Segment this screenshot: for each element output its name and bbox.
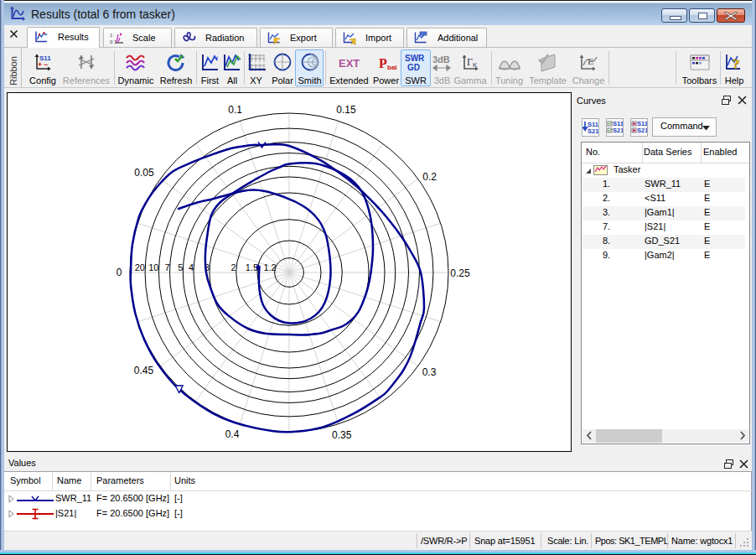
svg-text:2: 2 bbox=[231, 262, 236, 272]
svg-text:0.35: 0.35 bbox=[332, 429, 352, 441]
svg-text:S21: S21 bbox=[613, 127, 623, 134]
svg-text:20: 20 bbox=[135, 262, 145, 272]
svg-text:5: 5 bbox=[178, 262, 183, 272]
svg-text:0 1: 0 1 bbox=[110, 39, 117, 44]
svg-text:0.45: 0.45 bbox=[134, 365, 154, 376]
svg-text:1: 1 bbox=[110, 33, 113, 38]
svg-text:0.2: 0.2 bbox=[422, 171, 437, 183]
svg-text:1.2: 1.2 bbox=[263, 262, 276, 272]
svg-text:0.4: 0.4 bbox=[225, 428, 240, 440]
svg-text:1.5: 1.5 bbox=[246, 262, 258, 272]
svg-text:EXT: EXT bbox=[339, 57, 360, 70]
svg-text:+: + bbox=[38, 60, 42, 69]
svg-text:0.15: 0.15 bbox=[336, 104, 356, 116]
svg-text:0.25: 0.25 bbox=[450, 267, 470, 279]
svg-text:E: E bbox=[588, 56, 593, 66]
svg-text:4: 4 bbox=[189, 262, 194, 272]
svg-text:0: 0 bbox=[117, 267, 122, 278]
svg-text:10: 10 bbox=[148, 262, 158, 272]
svg-text:SWR: SWR bbox=[405, 54, 425, 63]
svg-text:7: 7 bbox=[164, 262, 169, 272]
svg-text:S21: S21 bbox=[588, 127, 598, 135]
svg-text:bal: bal bbox=[387, 64, 397, 71]
svg-text:0.3: 0.3 bbox=[422, 366, 437, 378]
svg-text:S21: S21 bbox=[637, 127, 647, 134]
svg-text:−: − bbox=[44, 60, 48, 69]
svg-text:Γ: Γ bbox=[467, 56, 473, 68]
svg-text:?: ? bbox=[733, 56, 740, 72]
svg-text:K: K bbox=[473, 61, 478, 69]
svg-text:0.1: 0.1 bbox=[228, 104, 242, 116]
svg-text:3dB: 3dB bbox=[432, 54, 450, 65]
svg-text:0.05: 0.05 bbox=[134, 167, 154, 179]
svg-text:P: P bbox=[379, 56, 387, 70]
svg-text:GD: GD bbox=[407, 63, 420, 72]
